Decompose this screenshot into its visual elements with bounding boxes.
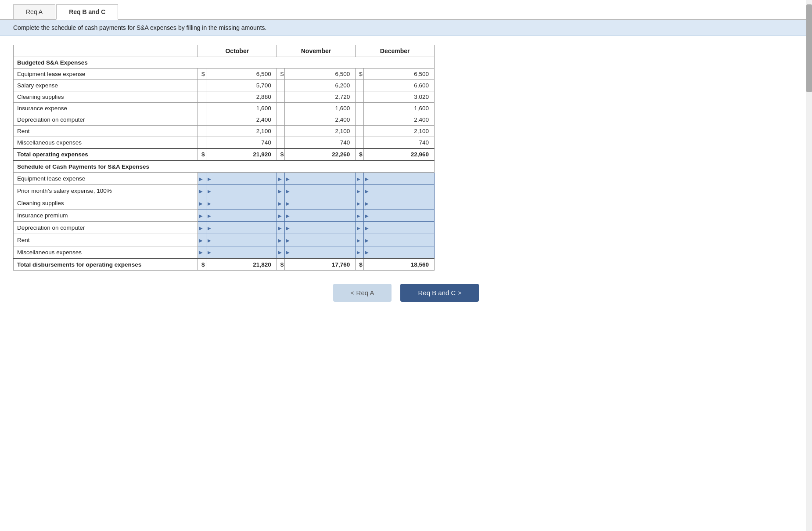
input-nov-cleaning[interactable] [277,197,285,210]
table-row: Rent 2,100 2,100 2,100 [14,126,435,137]
input-nov-rent[interactable] [277,234,285,246]
schedule-section-label: Schedule of Cash Payments for S&A Expens… [14,160,435,173]
input-nov-depreciation-val[interactable] [285,222,356,234]
tab-req-a[interactable]: Req A [13,4,55,19]
row-label-equipment-lease: Equipment lease expense [14,69,198,80]
input-dec-salary-val[interactable] [363,185,434,197]
input-oct-misc-val[interactable] [206,246,277,259]
schedule-row-insurance: Insurance premium [14,210,435,222]
input-nov-rent-val[interactable] [285,234,356,246]
input-oct-depreciation[interactable] [198,222,206,234]
row-label-rent: Rent [14,126,198,137]
row-label-insurance: Insurance expense [14,103,198,114]
input-dec-rent-val[interactable] [363,234,434,246]
input-oct-equipment-val[interactable] [206,173,277,185]
table-header-row: October November December [14,45,435,57]
input-nov-salary[interactable] [277,185,285,197]
row-label-misc: Miscellaneous expenses [14,137,198,149]
schedule-label-insurance: Insurance premium [14,210,198,222]
next-button[interactable]: Req B and C > [400,284,479,302]
input-dec-misc[interactable] [356,246,364,259]
total-operating-row: Total operating expenses $ 21,920 $ 22,2… [14,148,435,160]
input-oct-insurance[interactable] [198,210,206,222]
input-dec-rent[interactable] [356,234,364,246]
total-disbursements-row: Total disbursements for operating expens… [14,259,435,271]
schedule-label-misc: Miscellaneous expenses [14,246,198,259]
schedule-row-prior-salary: Prior month’s salary expense, 100% [14,185,435,197]
col-header-november: November [277,45,356,57]
input-dec-cleaning[interactable] [356,197,364,210]
input-nov-equipment-val[interactable] [285,173,356,185]
input-dec-insurance-val[interactable] [363,210,434,222]
input-dec-depreciation[interactable] [356,222,364,234]
schedule-row-cleaning: Cleaning supplies [14,197,435,210]
row-label-salary: Salary expense [14,80,198,91]
scrollbar-thumb[interactable] [806,4,812,92]
schedule-label-cleaning: Cleaning supplies [14,197,198,210]
input-oct-salary-val[interactable] [206,185,277,197]
total-operating-label: Total operating expenses [14,148,198,160]
input-oct-equipment[interactable] [198,173,206,185]
input-nov-cleaning-val[interactable] [285,197,356,210]
dec-dollar-1 [356,80,364,91]
oct-dollar-1 [198,80,206,91]
input-oct-misc[interactable] [198,246,206,259]
nov-val-0: 6,500 [285,69,356,80]
prev-button[interactable]: < Req A [333,284,392,302]
input-oct-salary[interactable] [198,185,206,197]
input-dec-cleaning-val[interactable] [363,197,434,210]
instructions-text: Complete the schedule of cash payments f… [13,24,266,31]
dec-val-1: 6,600 [363,80,434,91]
oct-val-1: 5,700 [206,80,277,91]
schedule-section-header: Schedule of Cash Payments for S&A Expens… [14,160,435,173]
input-oct-cleaning-val[interactable] [206,197,277,210]
input-oct-depreciation-val[interactable] [206,222,277,234]
dec-cleaning: 3,020 [363,91,434,103]
nav-buttons: < Req A Req B and C > [13,284,799,302]
schedule-row-depreciation: Depreciation on computer [14,222,435,234]
input-nov-salary-val[interactable] [285,185,356,197]
col-header-october: October [198,45,277,57]
table-row: Salary expense 5,700 6,200 6,600 [14,80,435,91]
input-nov-equipment[interactable] [277,173,285,185]
oct-dollar-0: $ [198,69,206,80]
tab-req-bc[interactable]: Req B and C [56,4,118,20]
table-row: Equipment lease expense $ 6,500 $ 6,500 … [14,69,435,80]
budgeted-section-header: Budgeted S&A Expenses [14,57,435,69]
instructions-bar: Complete the schedule of cash payments f… [0,20,812,36]
oct-val-0: 6,500 [206,69,277,80]
row-label-depreciation: Depreciation on computer [14,114,198,126]
input-oct-cleaning[interactable] [198,197,206,210]
col-header-december: December [356,45,435,57]
input-nov-misc-val[interactable] [285,246,356,259]
input-nov-insurance[interactable] [277,210,285,222]
input-oct-insurance-val[interactable] [206,210,277,222]
schedule-row-rent: Rent [14,234,435,246]
nov-dollar-0: $ [277,69,285,80]
input-oct-rent-val[interactable] [206,234,277,246]
input-dec-misc-val[interactable] [363,246,434,259]
input-dec-insurance[interactable] [356,210,364,222]
dec-dollar-0: $ [356,69,364,80]
input-dec-equipment[interactable] [356,173,364,185]
tabs-bar: Req A Req B and C [0,0,812,20]
schedule-label-rent: Rent [14,234,198,246]
schedule-label-equipment: Equipment lease expense [14,173,198,185]
input-dec-salary[interactable] [356,185,364,197]
row-label-cleaning: Cleaning supplies [14,91,198,103]
input-dec-equipment-val[interactable] [363,173,434,185]
schedule-label-prior-salary: Prior month’s salary expense, 100% [14,185,198,197]
input-nov-insurance-val[interactable] [285,210,356,222]
input-nov-depreciation[interactable] [277,222,285,234]
budgeted-section-label: Budgeted S&A Expenses [14,57,435,69]
table-row: Insurance expense 1,600 1,600 1,600 [14,103,435,114]
nov-val-1: 6,200 [285,80,356,91]
table-row: Miscellaneous expenses 740 740 740 [14,137,435,149]
input-oct-rent[interactable] [198,234,206,246]
total-disbursements-label: Total disbursements for operating expens… [14,259,198,271]
input-dec-depreciation-val[interactable] [363,222,434,234]
input-nov-misc[interactable] [277,246,285,259]
scrollbar-track[interactable] [806,0,812,531]
dec-val-0: 6,500 [363,69,434,80]
nov-dollar-1 [277,80,285,91]
